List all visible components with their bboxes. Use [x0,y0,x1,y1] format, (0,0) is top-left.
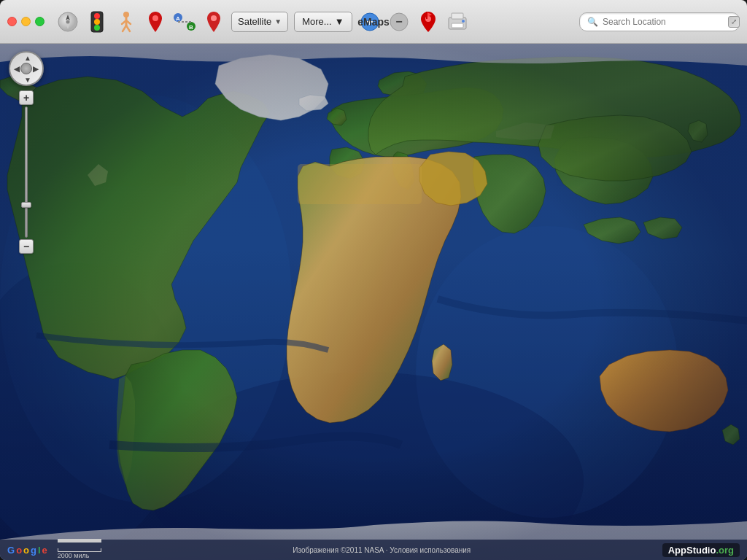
titlebar: A B Satellite ▼ More... ▼ [0,0,747,44]
search-box[interactable]: 🔍 [579,12,740,31]
svg-text:B: B [189,24,193,31]
svg-point-14 [152,15,158,21]
google-logo: Google [7,545,47,556]
maximize-button[interactable] [35,17,44,26]
map-area[interactable]: ▲ ▼ ◀ ▶ + − Google [0,44,747,560]
red-pin-toolbar-icon[interactable] [144,10,167,34]
svg-line-12 [123,26,126,31]
svg-point-5 [94,13,100,19]
more-button[interactable]: More... ▼ [294,12,352,32]
map-continents-svg [0,44,747,560]
svg-text:A: A [176,15,180,22]
svg-point-7 [94,25,100,31]
app-window: A B Satellite ▼ More... ▼ [0,0,747,560]
window-title: eMaps [357,16,390,28]
svg-rect-28 [452,13,463,19]
svg-point-6 [94,19,100,25]
window-resize-button[interactable]: ⤢ [728,16,740,28]
nav-down-button[interactable]: ▼ [23,74,33,85]
map-type-label: Satellite [238,16,271,27]
flag-pin-toolbar-icon[interactable] [202,10,225,34]
zoom-slider-thumb[interactable] [21,202,31,208]
bottom-bar: Google 2000 миль 2000 км Изображения ©20… [0,540,747,560]
compass-toolbar-icon[interactable] [56,10,80,34]
printer-toolbar-icon[interactable] [446,10,469,34]
location-pin-toolbar-icon[interactable] [417,10,440,34]
window-controls [7,17,44,26]
close-button[interactable] [7,17,17,26]
minimize-button[interactable] [21,17,31,26]
map-type-select[interactable]: Satellite ▼ [231,12,288,32]
svg-rect-25 [426,12,427,19]
svg-point-19 [211,15,217,21]
zoom-minus-button[interactable]: − [19,239,34,254]
nav-up-button[interactable]: ▲ [23,52,33,63]
appstudio-org: .org [716,545,734,556]
svg-rect-37 [0,44,747,560]
scale-label-miles: 2000 миль [58,552,101,559]
zoom-controls: + − [19,90,34,254]
map-type-arrow: ▼ [274,18,282,26]
nav-compass[interactable]: ▲ ▼ ◀ ▶ [9,51,44,86]
scale-bar: 2000 миль 2000 км [58,534,101,561]
nav-center [20,63,32,74]
svg-text:−: − [395,15,402,28]
zoom-out-toolbar-button[interactable]: − [387,10,411,34]
svg-rect-29 [452,23,463,28]
copyright-text: Изображения ©2011 NASA · Условия использ… [101,546,662,554]
appstudio-badge: AppStudio.org [662,543,740,557]
person-toolbar-icon[interactable] [115,10,138,34]
search-icon: 🔍 [587,17,598,27]
map-controls: ▲ ▼ ◀ ▶ + − [9,51,44,254]
svg-point-3 [66,20,70,23]
search-input[interactable] [603,17,732,27]
more-label: More... [302,16,331,27]
zoom-plus-button[interactable]: + [19,90,34,105]
zoom-slider-track [25,106,28,238]
nav-right-button[interactable]: ▶ [31,63,41,74]
svg-point-30 [462,20,465,23]
appstudio-name: AppStudio [668,545,716,556]
svg-line-13 [126,26,130,31]
route-toolbar-icon[interactable]: A B [173,10,196,34]
more-arrow: ▼ [335,16,344,27]
traffic-toolbar-icon[interactable] [85,10,109,34]
